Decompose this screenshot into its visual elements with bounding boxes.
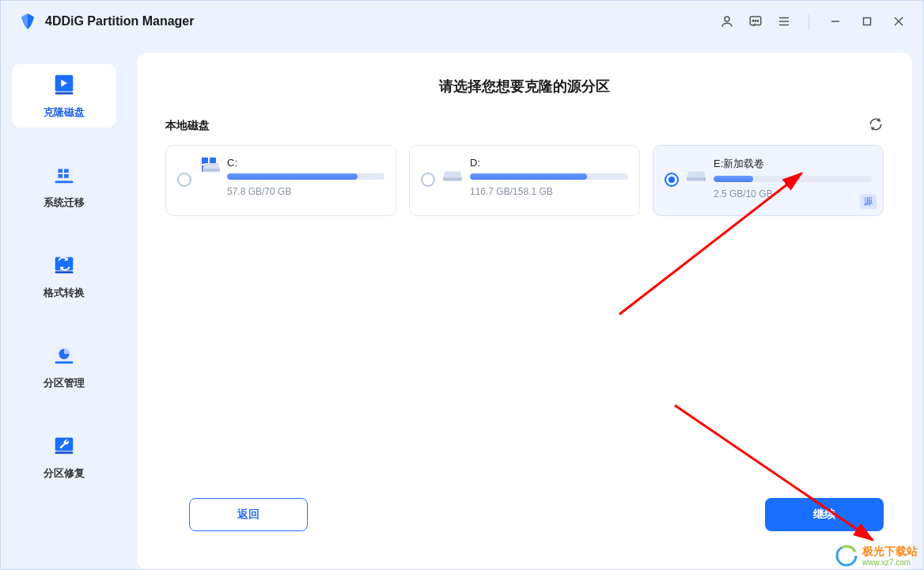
drive-size: 116.7 GB/158.1 GB <box>470 186 628 197</box>
svg-rect-32 <box>443 177 462 180</box>
drive-size: 2.5 GB/10 GB <box>714 188 872 200</box>
drive-info: D: 116.7 GB/158.1 GB <box>470 157 628 197</box>
hdd-icon <box>203 162 220 173</box>
usage-fill <box>227 173 358 180</box>
menu-icon[interactable] <box>775 13 793 30</box>
main-panel: 请选择您想要克隆的源分区 本地磁盘 C: 57.8 GB/70 GB <box>137 53 912 569</box>
app-window: 4DDiG Partition Manager <box>0 0 924 570</box>
maximize-button[interactable] <box>857 11 877 32</box>
sidebar-item-label: 系统迁移 <box>44 196 85 210</box>
close-button[interactable] <box>888 11 909 32</box>
sidebar-item-system-migrate[interactable]: 系统迁移 <box>12 154 116 218</box>
sidebar-item-label: 分区管理 <box>44 376 85 390</box>
sidebar-item-partition-repair[interactable]: 分区修复 <box>12 425 116 488</box>
usage-fill <box>714 176 753 182</box>
feedback-icon[interactable] <box>747 13 764 30</box>
svg-point-0 <box>725 17 729 21</box>
drive-info: C: 57.8 GB/70 GB <box>227 157 384 197</box>
disk-list: C: 57.8 GB/70 GB D: 116.7 GB/158.1 GB <box>165 145 884 216</box>
usage-bar <box>714 176 872 182</box>
svg-rect-9 <box>864 18 871 25</box>
separator <box>808 13 809 29</box>
svg-rect-26 <box>55 452 74 454</box>
disk-card-c[interactable]: C: 57.8 GB/70 GB <box>165 145 396 216</box>
hdd-icon <box>443 169 462 182</box>
svg-rect-19 <box>64 174 69 178</box>
disk-card-d[interactable]: D: 116.7 GB/158.1 GB <box>409 145 640 216</box>
sidebar-item-label: 克隆磁盘 <box>44 105 85 120</box>
usage-fill <box>470 173 587 180</box>
source-badge: 源 <box>860 194 877 209</box>
disk-card-e[interactable]: E:新加载卷 2.5 GB/10 GB 源 <box>653 145 884 216</box>
clone-disk-icon <box>51 72 77 97</box>
svg-rect-13 <box>55 92 74 94</box>
drive-letter: C: <box>227 157 384 169</box>
app-logo-icon <box>18 12 37 31</box>
sidebar-item-format-convert[interactable]: 格式转换 <box>12 245 116 308</box>
svg-point-4 <box>757 21 759 22</box>
partition-manage-icon <box>51 343 77 368</box>
refresh-button[interactable] <box>868 116 884 135</box>
drive-letter: E:新加载卷 <box>714 157 872 171</box>
back-button[interactable]: 返回 <box>189 498 308 531</box>
sidebar-item-label: 分区修复 <box>44 466 85 481</box>
app-title: 4DDiG Partition Manager <box>45 14 718 28</box>
usage-bar <box>470 173 628 180</box>
sidebar: 克隆磁盘 系统迁移 格式转换 分区管理 <box>1 53 127 569</box>
svg-point-3 <box>755 21 756 22</box>
continue-button[interactable]: 继续 <box>765 498 884 531</box>
svg-rect-21 <box>55 272 74 274</box>
sidebar-item-partition-manage[interactable]: 分区管理 <box>12 335 116 398</box>
svg-point-2 <box>752 21 754 22</box>
radio-unchecked[interactable] <box>177 173 191 187</box>
partition-repair-icon <box>51 433 77 458</box>
svg-rect-20 <box>55 257 74 271</box>
svg-rect-17 <box>64 169 69 173</box>
section-label: 本地磁盘 <box>165 119 210 133</box>
svg-rect-15 <box>55 181 74 184</box>
sidebar-item-label: 格式转换 <box>44 286 85 300</box>
svg-rect-18 <box>58 174 62 178</box>
format-convert-icon <box>51 253 77 278</box>
user-icon[interactable] <box>718 13 736 30</box>
svg-rect-16 <box>58 169 62 173</box>
title-actions <box>718 11 909 32</box>
page-title: 请选择您想要克隆的源分区 <box>165 77 884 96</box>
footer: 返回 继续 <box>165 498 884 553</box>
title-bar: 4DDiG Partition Manager <box>1 1 923 42</box>
svg-rect-14 <box>55 167 74 180</box>
drive-info: E:新加载卷 2.5 GB/10 GB <box>714 157 872 200</box>
hdd-icon <box>687 169 706 182</box>
drive-letter: D: <box>470 157 628 169</box>
section-header: 本地磁盘 <box>165 116 884 135</box>
svg-rect-23 <box>55 362 74 364</box>
svg-rect-33 <box>687 177 706 180</box>
body-area: 克隆磁盘 系统迁移 格式转换 分区管理 <box>1 42 923 569</box>
sidebar-item-clone-disk[interactable]: 克隆磁盘 <box>12 64 116 127</box>
usage-bar <box>227 173 384 180</box>
drive-size: 57.8 GB/70 GB <box>227 186 384 197</box>
radio-checked[interactable] <box>665 173 679 187</box>
radio-unchecked[interactable] <box>421 173 435 187</box>
system-migrate-icon <box>51 162 77 188</box>
svg-rect-31 <box>203 169 220 172</box>
minimize-button[interactable] <box>825 11 846 32</box>
